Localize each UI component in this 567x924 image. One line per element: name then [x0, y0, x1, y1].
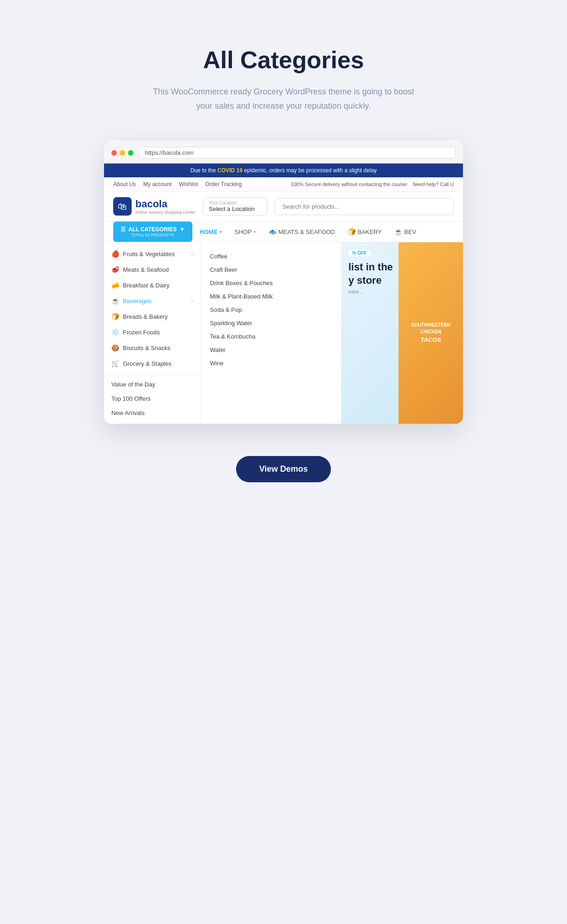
hamburger-icon: ☰ [121, 226, 126, 233]
sub-item-craft-beer[interactable]: Craft Beer [210, 263, 332, 276]
browser-dots [111, 150, 133, 156]
cat-item-meats[interactable]: 🥩 Meats & Seafood [104, 262, 200, 277]
dot-red[interactable] [111, 150, 117, 156]
nav-item-bakery[interactable]: 🍞 BAKERY [342, 222, 388, 241]
secondary-nav: About Us My account Wishlist Order Track… [104, 177, 463, 192]
cookie-icon: 🍪 [111, 344, 119, 351]
chevron-down-icon: ▾ [220, 229, 222, 234]
frozen-icon: ❄️ [111, 328, 119, 336]
cat-item-top100[interactable]: Top 100 Offers [104, 392, 200, 406]
dropdown-icon: ▼ [179, 226, 185, 233]
cat-item-beverages[interactable]: ☕ Beverages › [104, 293, 200, 309]
dot-green[interactable] [128, 150, 133, 156]
sub-item-milk[interactable]: Milk & Plant-Based Milk [210, 290, 332, 303]
cat-label-breads: Breads & Bakery [123, 313, 168, 320]
cheese-icon: 🧀 [111, 281, 119, 289]
bread-icon: 🍞 [348, 228, 356, 235]
dot-yellow[interactable] [120, 150, 125, 156]
browser-mockup: https://bacola.com Due to the COVID 19 e… [104, 140, 463, 424]
logo-text-area: bacola Online Grocery Shopping Center [135, 198, 196, 215]
nav-link-account[interactable]: My account [143, 181, 171, 187]
chevron-down-icon: ▾ [254, 229, 256, 234]
page-subtitle: This WooCommerce ready Grocery WordPress… [145, 85, 422, 113]
cup-icon: ☕ [394, 228, 402, 235]
notice-text-prefix: Due to the [191, 167, 218, 174]
nav-link-tracking[interactable]: Order Tracking [205, 181, 242, 187]
logo-name: bacola [135, 198, 196, 210]
cat-item-grocery[interactable]: 🛒 Grocery & Staples [104, 356, 200, 371]
hero-text: list in the y store miss... [348, 261, 393, 294]
sub-item-tea[interactable]: Tea & Kombucha [210, 330, 332, 343]
chevron-right-icon-beverages: › [191, 298, 193, 304]
hero-product-area: SOUTHWESTERNCHICKENTacos [399, 242, 463, 424]
secure-delivery-text: 100% Secure delivery without contacting … [291, 181, 407, 187]
location-selector[interactable]: Your Location Select a Location [203, 197, 267, 216]
special-label-value: Value of the Day [111, 381, 155, 388]
categories-panel: 🍎 Fruits & Vegetables › 🥩 Meats & Seafoo… [104, 242, 201, 424]
sub-item-wine[interactable]: Wine [210, 357, 332, 370]
apple-icon: 🍎 [111, 250, 119, 257]
bread-bakery-icon: 🍞 [111, 313, 119, 320]
page-title: All Categories [203, 46, 364, 74]
beverage-icon: ☕ [111, 297, 119, 304]
sub-item-coffee[interactable]: Coffee [210, 250, 332, 263]
nav-item-shop[interactable]: SHOP ▾ [229, 223, 261, 241]
sub-item-drink-boxes[interactable]: Drink Boxes & Pouches [210, 276, 332, 290]
cat-item-value[interactable]: Value of the Day [104, 377, 200, 392]
cat-label-beverages: Beverages [123, 298, 151, 304]
special-label-top100: Top 100 Offers [111, 395, 150, 402]
cat-item-breakfast[interactable]: 🧀 Breakfast & Dairy [104, 277, 200, 293]
site-header: 🛍 bacola Online Grocery Shopping Center … [104, 192, 463, 221]
meat-icon: 🥩 [111, 266, 119, 273]
hero-headline1: list in the [348, 261, 393, 273]
location-label: Your Location [209, 200, 261, 205]
all-categories-button[interactable]: ☰ ALL CATEGORIES ▼ TOTAL 63 PRODUCTS [113, 222, 192, 242]
sub-item-sparkling[interactable]: Sparkling Water [210, 316, 332, 330]
cat-label-grocery: Grocery & Staples [123, 360, 172, 367]
cat-item-biscuits[interactable]: 🍪 Biscuits & Snacks [104, 340, 200, 356]
search-input[interactable] [275, 198, 454, 215]
location-value: Select a Location [209, 205, 261, 212]
logo-area[interactable]: 🛍 bacola Online Grocery Shopping Center [113, 197, 196, 216]
hero-badge: % OFF [348, 250, 370, 257]
product-label: SOUTHWESTERNCHICKENTacos [411, 322, 451, 345]
notice-text-suffix: epidemic, orders may be processed with a… [243, 167, 376, 174]
chevron-right-icon: › [191, 251, 193, 257]
submenu-panel: Coffee Craft Beer Drink Boxes & Pouches … [201, 242, 341, 424]
cat-label-fruits: Fruits & Vegetables [123, 251, 175, 257]
cat-item-fruits[interactable]: 🍎 Fruits & Vegetables › [104, 246, 200, 262]
cat-item-breads[interactable]: 🍞 Breads & Bakery [104, 309, 200, 324]
cat-divider [104, 374, 200, 374]
cat-label-frozen: Frozen Foods [123, 329, 160, 336]
browser-chrome: https://bacola.com [104, 140, 463, 164]
special-label-arrivals: New Arrivals [111, 409, 145, 416]
browser-url-bar[interactable]: https://bacola.com [139, 147, 456, 158]
cat-item-arrivals[interactable]: New Arrivals [104, 406, 200, 420]
covid-text: COVID 19 [217, 167, 243, 174]
nav-item-meats[interactable]: 🐟 MEATS & SEAFOOD [263, 222, 341, 241]
need-help-text: Need help? Call U [413, 181, 454, 187]
cat-label-breakfast: Breakfast & Dairy [123, 282, 169, 289]
cat-label-biscuits: Biscuits & Snacks [123, 345, 170, 351]
cat-item-frozen[interactable]: ❄️ Frozen Foods [104, 324, 200, 340]
logo-sub: Online Grocery Shopping Center [135, 210, 196, 215]
secondary-nav-links: About Us My account Wishlist Order Track… [113, 181, 242, 187]
grocery-icon: 🛒 [111, 360, 119, 367]
nav-link-wishlist[interactable]: Wishlist [179, 181, 198, 187]
cat-label-meats: Meats & Seafood [123, 266, 169, 273]
nav-link-about[interactable]: About Us [113, 181, 136, 187]
nav-item-home[interactable]: HOME ▾ [194, 223, 227, 241]
view-demos-button[interactable]: View Demos [236, 456, 331, 482]
nav-item-bev[interactable]: ☕ BEV [389, 222, 422, 241]
hero-headline2: y store [348, 275, 382, 286]
hero-section: % OFF list in the y store miss... SOUTHW… [341, 242, 463, 424]
sub-item-soda[interactable]: Soda & Pop [210, 303, 332, 316]
all-categories-label: ALL CATEGORIES [128, 226, 177, 233]
all-categories-count: TOTAL 63 PRODUCTS [131, 233, 174, 237]
hero-subtext: miss... [348, 289, 393, 294]
site-content: Due to the COVID 19 epidemic, orders may… [104, 164, 463, 424]
sub-item-water[interactable]: Water [210, 343, 332, 357]
main-nav: ☰ ALL CATEGORIES ▼ TOTAL 63 PRODUCTS HOM… [104, 221, 463, 242]
logo-icon: 🛍 [113, 197, 132, 216]
secondary-nav-right: 100% Secure delivery without contacting … [291, 181, 454, 187]
